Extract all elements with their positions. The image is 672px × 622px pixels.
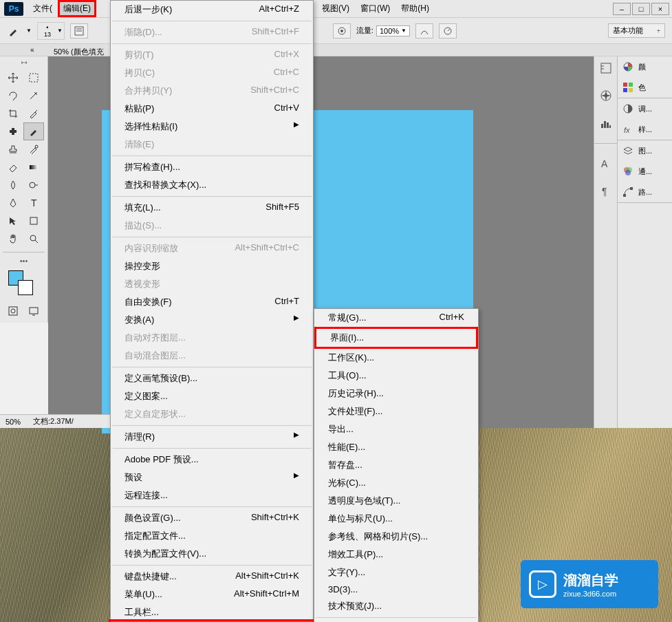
menu-assign-profile[interactable]: 指定配置文件... xyxy=(111,527,313,545)
sub-cursors[interactable]: 光标(C)... xyxy=(314,474,478,492)
menu-menus[interactable]: 菜单(U)...Alt+Shift+Ctrl+M xyxy=(111,586,313,603)
pen-tool[interactable] xyxy=(3,194,23,212)
sub-tools[interactable]: 工具(O)... xyxy=(314,367,478,385)
channels-icon xyxy=(622,165,634,178)
sub-workspace[interactable]: 工作区(K)... xyxy=(314,349,478,367)
menu-edit[interactable]: 编辑(E) xyxy=(58,0,96,17)
blur-tool[interactable] xyxy=(3,176,23,194)
menu-keyboard[interactable]: 键盘快捷键...Alt+Shift+Ctrl+K xyxy=(111,568,313,586)
sub-transparency[interactable]: 透明度与色域(T)... xyxy=(314,492,478,510)
menu-undo[interactable]: 后退一步(K)Alt+Ctrl+Z xyxy=(111,1,313,19)
panel-layers[interactable]: 图... xyxy=(618,140,672,161)
ruler-icon[interactable] xyxy=(598,61,614,76)
navigator-icon[interactable] xyxy=(598,88,614,103)
watermark: ▷ 溜溜自学 zixue.3d66.com xyxy=(521,560,658,608)
marquee-tool[interactable] xyxy=(23,69,44,87)
brush-panel-icon[interactable] xyxy=(70,23,88,39)
sub-plugins[interactable]: 增效工具(P)... xyxy=(314,546,478,564)
panel-channels[interactable]: 通... xyxy=(618,161,672,182)
eyedropper-tool[interactable] xyxy=(23,105,44,122)
menu-convert-profile[interactable]: 转换为配置文件(V)... xyxy=(111,545,313,563)
zoom-level[interactable]: 50% xyxy=(6,418,21,426)
menu-puppet-warp[interactable]: 操控变形 xyxy=(111,257,313,275)
panel-adjustments[interactable]: 调... xyxy=(618,98,672,119)
sub-units[interactable]: 单位与标尺(U)... xyxy=(314,510,478,528)
airbrush-toggle-icon[interactable] xyxy=(415,23,433,39)
history-brush-tool[interactable] xyxy=(23,140,44,158)
sub-guides[interactable]: 参考线、网格和切片(S)... xyxy=(314,528,478,546)
wand-tool[interactable] xyxy=(23,87,44,105)
adjustments-icon xyxy=(622,103,634,115)
sub-performance[interactable]: 性能(E)... xyxy=(314,438,478,456)
color-swatches[interactable] xyxy=(3,270,45,298)
airbrush-icon[interactable] xyxy=(333,23,351,39)
expand-icon[interactable]: « xyxy=(30,46,34,54)
crop-tool[interactable] xyxy=(3,105,23,122)
sub-export[interactable]: 导出... xyxy=(314,420,478,438)
menu-spell[interactable]: 拼写检查(H)... xyxy=(111,158,313,176)
eraser-tool[interactable] xyxy=(3,158,23,176)
type-tool[interactable]: T xyxy=(23,194,44,212)
sub-general[interactable]: 常规(G)...Ctrl+K xyxy=(314,309,478,327)
shape-tool[interactable] xyxy=(23,212,44,230)
menu-free-transform[interactable]: 自由变换(F)Ctrl+T xyxy=(111,293,313,311)
svg-rect-34 xyxy=(623,88,627,92)
tool-preset-icon[interactable] xyxy=(7,24,21,38)
sub-interface[interactable]: 界面(I)... xyxy=(316,329,476,347)
close-button[interactable]: × xyxy=(651,3,669,15)
healing-tool[interactable] xyxy=(3,122,23,140)
menu-paste[interactable]: 粘贴(P)Ctrl+V xyxy=(111,100,313,118)
brush-tool[interactable] xyxy=(23,122,44,140)
panel-paths[interactable]: 路... xyxy=(618,182,672,202)
edit-toolbar-icon[interactable]: ••• xyxy=(3,257,45,265)
menu-presets[interactable]: 预设▶ xyxy=(111,469,313,486)
panel-styles[interactable]: fx 样... xyxy=(618,119,672,140)
gradient-tool[interactable] xyxy=(23,158,44,176)
maximize-button[interactable]: □ xyxy=(632,3,650,15)
menu-pdf-presets[interactable]: Adobe PDF 预设... xyxy=(111,451,313,469)
sub-scratch[interactable]: 暂存盘... xyxy=(314,456,478,474)
lasso-tool[interactable] xyxy=(3,87,23,105)
menu-define-pattern[interactable]: 定义图案... xyxy=(111,387,313,405)
menu-color-settings[interactable]: 颜色设置(G)...Shift+Ctrl+K xyxy=(111,509,313,527)
menu-help[interactable]: 帮助(H) xyxy=(395,0,435,17)
stamp-tool[interactable] xyxy=(3,140,23,158)
workspace-switcher[interactable]: 基本功能÷ xyxy=(608,23,665,38)
panel-swatches[interactable]: 色 xyxy=(618,77,672,98)
menu-find-replace[interactable]: 查找和替换文本(X)... xyxy=(111,176,313,194)
flow-value[interactable]: 100%▼ xyxy=(376,25,410,36)
screenmode-tool[interactable] xyxy=(23,302,44,320)
sub-3d[interactable]: 3D(3)... xyxy=(314,581,478,597)
minimize-button[interactable]: – xyxy=(613,3,631,15)
move-tool[interactable] xyxy=(3,69,23,87)
panel-color[interactable]: 颜 xyxy=(618,56,672,77)
histogram-icon[interactable] xyxy=(598,116,614,131)
sub-type[interactable]: 文字(Y)... xyxy=(314,564,478,581)
menu-remote[interactable]: 远程连接... xyxy=(111,486,313,504)
menu-define-brush[interactable]: 定义画笔预设(B)... xyxy=(111,369,313,387)
dodge-tool[interactable] xyxy=(23,176,44,194)
menu-purge[interactable]: 清理(R)▶ xyxy=(111,428,313,446)
doc-info[interactable]: 文档:2.37M/ xyxy=(33,416,74,427)
dropdown-arrow-icon[interactable]: ▼ xyxy=(26,28,32,34)
character-icon[interactable]: A xyxy=(598,156,614,171)
background-color[interactable] xyxy=(18,280,33,295)
menu-file[interactable]: 文件( xyxy=(28,0,58,17)
quickmask-tool[interactable] xyxy=(3,302,23,320)
path-select-tool[interactable] xyxy=(3,212,23,230)
paragraph-icon[interactable]: ¶ xyxy=(598,184,614,199)
menu-view[interactable]: 视图(V) xyxy=(316,0,355,17)
sub-file-handling[interactable]: 文件处理(F)... xyxy=(314,403,478,420)
hand-tool[interactable] xyxy=(3,230,23,248)
menu-paste-special[interactable]: 选择性粘贴(I)▶ xyxy=(111,118,313,136)
tools-header-icon[interactable]: ▸◂ xyxy=(3,59,45,66)
menu-fade: 渐隐(D)...Shift+Ctrl+F xyxy=(111,23,313,41)
menu-window[interactable]: 窗口(W) xyxy=(355,0,395,17)
sub-tech-preview[interactable]: 技术预览(J)... xyxy=(314,597,478,615)
pressure-icon[interactable] xyxy=(439,23,457,39)
menu-fill[interactable]: 填充(L)...Shift+F5 xyxy=(111,199,313,217)
brush-preset-picker[interactable]: •13 ▼ xyxy=(37,22,65,40)
zoom-tool[interactable] xyxy=(23,230,44,248)
menu-transform[interactable]: 变换(A)▶ xyxy=(111,311,313,329)
sub-history[interactable]: 历史记录(H)... xyxy=(314,385,478,403)
